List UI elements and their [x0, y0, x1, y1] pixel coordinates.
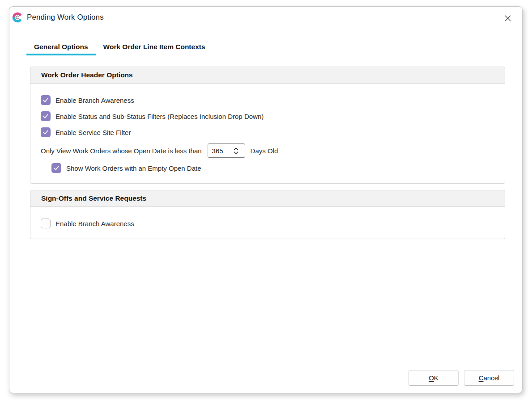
tab-work-order-line-item-contexts[interactable]: Work Order Line Item Contexts [96, 43, 213, 55]
group-header: Sign-Offs and Service Requests [30, 190, 505, 207]
checkbox-row-enable-branch-awareness[interactable]: Enable Branch Awareness [41, 95, 494, 105]
cancel-button-mnemonic: C [479, 374, 484, 382]
tab-general-options[interactable]: General Options [26, 43, 96, 55]
checkbox-label: Enable Status and Sub-Status Filters (Re… [55, 113, 264, 120]
tab-content: Work Order Header Options Enable Branch … [9, 67, 522, 239]
checkbox-label: Enable Branch Awareness [55, 97, 134, 104]
open-date-label-after: Days Old [251, 147, 278, 155]
titlebar: Pending Work Options [9, 7, 522, 28]
open-date-label-before: Only View Work Orders whose Open Date is… [41, 147, 202, 155]
checkbox-row-enable-status-filters[interactable]: Enable Status and Sub-Status Filters (Re… [41, 111, 494, 121]
ok-button[interactable]: OK [409, 370, 459, 386]
close-icon [504, 15, 511, 22]
checkbox-show-empty-open-date[interactable] [51, 163, 61, 173]
app-logo-icon [12, 12, 23, 23]
checkmark-icon [42, 129, 49, 136]
days-old-input[interactable] [208, 144, 230, 157]
dialog-footer: OK Cancel [403, 370, 514, 386]
checkbox-signoffs-branch-awareness[interactable] [41, 219, 51, 228]
checkbox-enable-branch-awareness[interactable] [41, 95, 51, 105]
spinner-up-down-icon[interactable] [233, 147, 239, 155]
group-work-order-header-options: Work Order Header Options Enable Branch … [30, 67, 505, 184]
checkmark-icon [53, 164, 60, 172]
ok-button-mnemonic: O [429, 374, 434, 382]
checkbox-label: Enable Branch Awareness [55, 220, 134, 227]
checkbox-enable-service-site-filter[interactable] [41, 127, 51, 137]
checkbox-row-signoffs-branch-awareness[interactable]: Enable Branch Awareness [41, 219, 494, 228]
ok-button-label-rest: K [434, 374, 438, 382]
checkbox-label: Enable Service Site Filter [55, 129, 131, 136]
group-header: Work Order Header Options [30, 67, 505, 84]
checkbox-enable-status-filters[interactable] [41, 111, 51, 121]
checkbox-row-enable-service-site-filter[interactable]: Enable Service Site Filter [41, 127, 494, 137]
tab-strip: General Options Work Order Line Item Con… [26, 43, 522, 55]
window-title: Pending Work Options [27, 13, 104, 22]
checkbox-row-show-empty-open-date[interactable]: Show Work Orders with an Empty Open Date [51, 163, 494, 173]
close-button[interactable] [502, 12, 514, 25]
checkmark-icon [42, 113, 49, 120]
cancel-button[interactable]: Cancel [464, 370, 514, 386]
group-body: Enable Branch Awareness [30, 207, 505, 239]
checkmark-icon [42, 97, 49, 104]
group-signoffs-service-requests: Sign-Offs and Service Requests Enable Br… [30, 190, 505, 239]
group-body: Enable Branch Awareness Enable Status an… [30, 84, 505, 183]
pending-work-options-dialog: Pending Work Options General Options Wor… [9, 6, 523, 393]
days-old-numberbox[interactable] [208, 143, 245, 158]
checkbox-label: Show Work Orders with an Empty Open Date [66, 164, 201, 172]
open-date-filter-row: Only View Work Orders whose Open Date is… [41, 143, 494, 158]
cancel-button-label-rest: ancel [483, 374, 499, 382]
